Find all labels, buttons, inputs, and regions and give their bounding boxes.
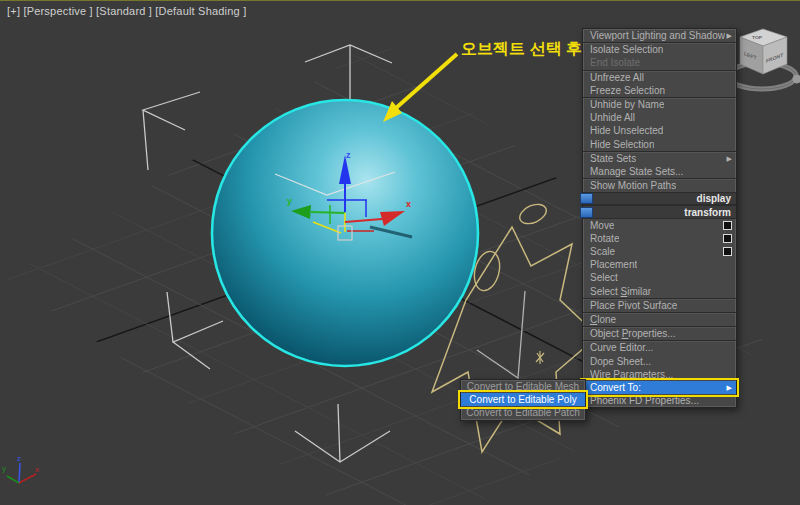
menu-item-rotate[interactable]: Rotate: [583, 232, 736, 245]
menu-item-label: Unfreeze All: [590, 72, 644, 83]
viewcube[interactable]: TOP LEFT FRONT: [728, 29, 800, 89]
menu-item-label: Unhide by Name: [590, 99, 664, 110]
menu-item-label: State Sets: [590, 153, 636, 164]
menu-item-hide-unselected[interactable]: Hide Unselected: [583, 124, 736, 137]
quad-title-square: [580, 207, 593, 218]
menu-item-scale[interactable]: Scale: [583, 245, 736, 258]
menu-item-label: Unhide All: [590, 112, 635, 123]
menu-item-label: Hide Selection: [590, 139, 654, 150]
viewport: z x y TOP LEFT FRONT: [0, 0, 800, 505]
viewcube-top-label: TOP: [752, 36, 762, 40]
gizmo-z-label: z: [346, 150, 351, 160]
menu-item-show-motion-paths[interactable]: Show Motion Paths: [583, 179, 736, 192]
menu-item-label: Freeze Selection: [590, 85, 665, 96]
menu-item-phoenix-fd-properties[interactable]: Phoenix FD Properties...: [583, 394, 736, 407]
world-axis-tripod: z x y: [2, 454, 39, 483]
circle-splines[interactable]: [471, 201, 550, 294]
menu-item-label: Placement: [590, 259, 637, 270]
viewport-active-border: [0, 0, 800, 1]
quad-title-square: [580, 193, 593, 204]
menu-item-label: Wire Parameters...: [590, 369, 673, 380]
submenu-item-convert-to-editable-mesh[interactable]: Convert to Editable Mesh: [461, 380, 585, 393]
gizmo-x-label: x: [406, 199, 411, 209]
menu-item-label: Show Motion Paths: [590, 180, 676, 191]
menu-item-unhide-by-name[interactable]: Unhide by Name: [583, 98, 736, 111]
menu-item-isolate-selection[interactable]: Isolate Selection: [583, 43, 736, 56]
submenu-item-label: Convert to Editable Poly: [469, 394, 576, 405]
menu-item-curve-editor[interactable]: Curve Editor...: [583, 341, 736, 354]
menu-item-label: Manage State Sets...: [590, 166, 683, 177]
menu-item-label: Clone: [590, 314, 616, 325]
menu-item-convert-to[interactable]: Convert To:▶: [583, 381, 736, 394]
quad-header-display: display: [583, 192, 736, 205]
menu-item-place-pivot-surface[interactable]: Place Pivot Surface: [583, 299, 736, 312]
menu-item-state-sets[interactable]: State Sets▶: [583, 152, 736, 165]
settings-box-icon[interactable]: [723, 247, 732, 256]
annotation-text: 오브젝트 선택 후: [461, 39, 582, 60]
convert-to-submenu: Convert to Editable MeshConvert to Edita…: [460, 379, 586, 421]
submenu-item-convert-to-editable-patch[interactable]: Convert to Editable Patch: [461, 406, 585, 419]
menu-item-label: Convert To:: [590, 382, 641, 393]
menu-item-label: Select Similar: [590, 286, 651, 297]
world-z-label: z: [17, 454, 21, 463]
menu-item-move[interactable]: Move: [583, 219, 736, 232]
menu-item-label: Curve Editor...: [590, 342, 653, 353]
submenu-item-label: Convert to Editable Patch: [466, 407, 579, 418]
sphere-object[interactable]: [212, 100, 478, 366]
world-x-label: x: [35, 465, 39, 474]
menu-item-label: Rotate: [590, 233, 619, 244]
submenu-item-convert-to-editable-poly[interactable]: Convert to Editable Poly: [461, 393, 585, 406]
submenu-arrow-icon: ▶: [725, 32, 732, 39]
submenu-arrow-icon: ▶: [725, 384, 732, 391]
menu-item-object-properties[interactable]: Object Properties...: [583, 327, 736, 340]
menu-item-manage-state-sets[interactable]: Manage State Sets...: [583, 165, 736, 178]
menu-item-dope-sheet[interactable]: Dope Sheet...: [583, 355, 736, 368]
menu-item-label: Viewport Lighting and Shadows: [590, 30, 725, 41]
menu-item-label: Phoenix FD Properties...: [590, 395, 699, 406]
menu-item-label: Hide Unselected: [590, 125, 663, 136]
asterisk-marker: [536, 351, 544, 364]
quad-context-menu: Viewport Lighting and Shadows▶Isolate Se…: [582, 28, 737, 408]
quad-header-label: transform: [593, 207, 736, 218]
menu-item-label: Select: [590, 272, 618, 283]
menu-item-end-isolate: End Isolate: [583, 56, 736, 69]
settings-box-icon[interactable]: [723, 234, 732, 243]
menu-item-label: Isolate Selection: [590, 44, 663, 55]
world-y-label: y: [2, 464, 6, 473]
menu-item-label: End Isolate: [590, 57, 640, 68]
quad-header-transform: transform: [583, 205, 736, 218]
menu-item-placement[interactable]: Placement: [583, 258, 736, 271]
gizmo-y-label: y: [287, 196, 292, 206]
menu-item-label: Object Properties...: [590, 328, 676, 339]
menu-item-wire-parameters[interactable]: Wire Parameters...: [583, 368, 736, 381]
menu-item-label: Scale: [590, 246, 615, 257]
menu-item-viewport-lighting-and-shadows[interactable]: Viewport Lighting and Shadows▶: [583, 29, 736, 42]
menu-item-freeze-selection[interactable]: Freeze Selection: [583, 84, 736, 97]
axis-y[interactable]: [311, 212, 345, 213]
quad-header-label: display: [593, 193, 736, 204]
settings-box-icon[interactable]: [723, 221, 732, 230]
menu-item-label: Move: [590, 220, 614, 231]
submenu-item-label: Convert to Editable Mesh: [467, 381, 579, 392]
menu-item-select-similar[interactable]: Select Similar: [583, 285, 736, 298]
menu-item-label: Dope Sheet...: [590, 356, 651, 367]
menu-item-label: Place Pivot Surface: [590, 300, 677, 311]
submenu-arrow-icon: ▶: [725, 155, 732, 162]
menu-item-unfreeze-all[interactable]: Unfreeze All: [583, 71, 736, 84]
menu-item-hide-selection[interactable]: Hide Selection: [583, 138, 736, 151]
menu-item-select[interactable]: Select: [583, 271, 736, 284]
menu-item-unhide-all[interactable]: Unhide All: [583, 111, 736, 124]
menu-item-clone[interactable]: Clone: [583, 313, 736, 326]
viewport-label[interactable]: [+] [Perspective ] [Standard ] [Default …: [7, 5, 246, 17]
annotation-arrow: [383, 54, 457, 122]
